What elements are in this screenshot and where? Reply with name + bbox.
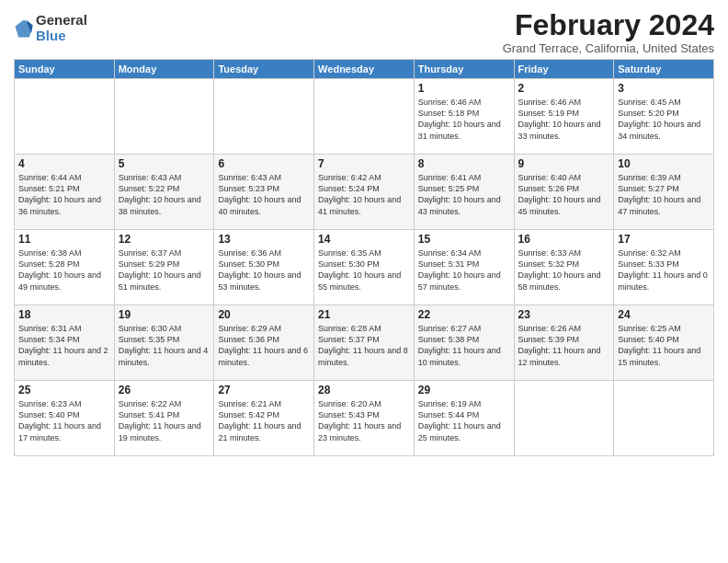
calendar-cell: 23Sunrise: 6:26 AM Sunset: 5:39 PM Dayli… (514, 305, 614, 381)
day-number: 18 (18, 308, 110, 321)
day-number: 20 (218, 308, 310, 321)
cell-content: Sunrise: 6:31 AM Sunset: 5:34 PM Dayligh… (18, 323, 110, 368)
weekday-header-cell: Saturday (614, 60, 714, 79)
weekday-header-cell: Thursday (414, 60, 514, 79)
calendar-cell: 1Sunrise: 6:46 AM Sunset: 5:18 PM Daylig… (414, 79, 514, 155)
weekday-header-cell: Wednesday (314, 60, 415, 79)
calendar-cell: 21Sunrise: 6:28 AM Sunset: 5:37 PM Dayli… (314, 305, 415, 381)
calendar-cell: 11Sunrise: 6:38 AM Sunset: 5:28 PM Dayli… (15, 230, 115, 305)
calendar-cell: 16Sunrise: 6:33 AM Sunset: 5:32 PM Dayli… (514, 230, 614, 305)
page-container: General Blue February 2024 Grand Terrace… (0, 0, 728, 465)
calendar-cell (514, 381, 614, 456)
day-number: 2 (518, 82, 610, 95)
day-number: 5 (119, 157, 210, 170)
weekday-header-cell: Friday (514, 60, 614, 79)
calendar-header-row: SundayMondayTuesdayWednesdayThursdayFrid… (15, 60, 714, 79)
calendar-week-row: 18Sunrise: 6:31 AM Sunset: 5:34 PM Dayli… (15, 305, 714, 381)
calendar-cell: 13Sunrise: 6:36 AM Sunset: 5:30 PM Dayli… (214, 230, 314, 305)
cell-content: Sunrise: 6:25 AM Sunset: 5:40 PM Dayligh… (618, 323, 710, 368)
day-number: 13 (218, 233, 310, 246)
day-number: 21 (318, 308, 410, 321)
day-number: 16 (518, 233, 610, 246)
cell-content: Sunrise: 6:32 AM Sunset: 5:33 PM Dayligh… (618, 247, 710, 293)
day-number: 17 (618, 233, 710, 246)
cell-content: Sunrise: 6:23 AM Sunset: 5:40 PM Dayligh… (18, 398, 110, 443)
calendar-cell: 2Sunrise: 6:46 AM Sunset: 5:19 PM Daylig… (514, 79, 614, 155)
calendar-cell: 15Sunrise: 6:34 AM Sunset: 5:31 PM Dayli… (414, 230, 514, 305)
cell-content: Sunrise: 6:22 AM Sunset: 5:41 PM Dayligh… (119, 398, 210, 443)
cell-content: Sunrise: 6:41 AM Sunset: 5:25 PM Dayligh… (418, 172, 510, 217)
cell-content: Sunrise: 6:21 AM Sunset: 5:42 PM Dayligh… (218, 398, 310, 443)
calendar-cell: 9Sunrise: 6:40 AM Sunset: 5:26 PM Daylig… (514, 155, 614, 230)
calendar-body: 1Sunrise: 6:46 AM Sunset: 5:18 PM Daylig… (15, 79, 714, 456)
cell-content: Sunrise: 6:44 AM Sunset: 5:21 PM Dayligh… (18, 172, 110, 217)
day-number: 19 (119, 308, 210, 321)
calendar-cell (314, 79, 415, 155)
calendar-cell: 22Sunrise: 6:27 AM Sunset: 5:38 PM Dayli… (414, 305, 514, 381)
cell-content: Sunrise: 6:20 AM Sunset: 5:43 PM Dayligh… (318, 398, 410, 443)
day-number: 14 (318, 233, 410, 246)
cell-content: Sunrise: 6:29 AM Sunset: 5:36 PM Dayligh… (218, 323, 310, 368)
cell-content: Sunrise: 6:39 AM Sunset: 5:27 PM Dayligh… (618, 172, 710, 217)
cell-content: Sunrise: 6:19 AM Sunset: 5:44 PM Dayligh… (418, 398, 510, 443)
calendar-cell: 5Sunrise: 6:43 AM Sunset: 5:22 PM Daylig… (114, 155, 214, 230)
calendar-cell: 19Sunrise: 6:30 AM Sunset: 5:35 PM Dayli… (114, 305, 214, 381)
cell-content: Sunrise: 6:38 AM Sunset: 5:28 PM Dayligh… (18, 247, 110, 293)
day-number: 24 (618, 308, 710, 321)
calendar-cell: 12Sunrise: 6:37 AM Sunset: 5:29 PM Dayli… (114, 230, 214, 305)
calendar-cell: 4Sunrise: 6:44 AM Sunset: 5:21 PM Daylig… (15, 155, 115, 230)
day-number: 27 (218, 384, 310, 396)
day-number: 11 (18, 233, 110, 246)
cell-content: Sunrise: 6:45 AM Sunset: 5:20 PM Dayligh… (618, 97, 710, 142)
calendar-cell: 10Sunrise: 6:39 AM Sunset: 5:27 PM Dayli… (614, 155, 714, 230)
calendar-cell (214, 79, 314, 155)
calendar-cell: 25Sunrise: 6:23 AM Sunset: 5:40 PM Dayli… (15, 381, 115, 456)
calendar-cell (114, 79, 214, 155)
location: Grand Terrace, California, United States (503, 41, 714, 55)
weekday-header-cell: Monday (114, 60, 214, 79)
day-number: 29 (418, 384, 510, 396)
header: General Blue February 2024 Grand Terrace… (14, 9, 714, 55)
calendar-cell: 27Sunrise: 6:21 AM Sunset: 5:42 PM Dayli… (214, 381, 314, 456)
cell-content: Sunrise: 6:36 AM Sunset: 5:30 PM Dayligh… (218, 247, 310, 293)
day-number: 3 (618, 82, 710, 95)
cell-content: Sunrise: 6:35 AM Sunset: 5:30 PM Dayligh… (318, 247, 410, 293)
day-number: 10 (618, 157, 710, 170)
day-number: 23 (518, 308, 610, 321)
calendar-cell: 17Sunrise: 6:32 AM Sunset: 5:33 PM Dayli… (614, 230, 714, 305)
weekday-header-cell: Sunday (15, 60, 115, 79)
logo: General Blue (14, 13, 87, 43)
calendar-table: SundayMondayTuesdayWednesdayThursdayFrid… (14, 59, 714, 456)
month-title: February 2024 (503, 9, 714, 41)
calendar-week-row: 4Sunrise: 6:44 AM Sunset: 5:21 PM Daylig… (15, 155, 714, 230)
calendar-week-row: 11Sunrise: 6:38 AM Sunset: 5:28 PM Dayli… (15, 230, 714, 305)
calendar-cell (15, 79, 115, 155)
day-number: 1 (418, 82, 510, 95)
day-number: 26 (119, 384, 210, 396)
day-number: 12 (119, 233, 210, 246)
day-number: 4 (18, 157, 110, 170)
cell-content: Sunrise: 6:46 AM Sunset: 5:19 PM Dayligh… (518, 97, 610, 142)
calendar-cell: 28Sunrise: 6:20 AM Sunset: 5:43 PM Dayli… (314, 381, 415, 456)
cell-content: Sunrise: 6:27 AM Sunset: 5:38 PM Dayligh… (418, 323, 510, 368)
calendar-cell: 7Sunrise: 6:42 AM Sunset: 5:24 PM Daylig… (314, 155, 415, 230)
cell-content: Sunrise: 6:30 AM Sunset: 5:35 PM Dayligh… (119, 323, 210, 368)
cell-content: Sunrise: 6:40 AM Sunset: 5:26 PM Dayligh… (518, 172, 610, 217)
cell-content: Sunrise: 6:26 AM Sunset: 5:39 PM Dayligh… (518, 323, 610, 368)
day-number: 8 (418, 157, 510, 170)
cell-content: Sunrise: 6:28 AM Sunset: 5:37 PM Dayligh… (318, 323, 410, 368)
calendar-cell: 8Sunrise: 6:41 AM Sunset: 5:25 PM Daylig… (414, 155, 514, 230)
calendar-cell (614, 381, 714, 456)
day-number: 22 (418, 308, 510, 321)
cell-content: Sunrise: 6:33 AM Sunset: 5:32 PM Dayligh… (518, 247, 610, 293)
cell-content: Sunrise: 6:34 AM Sunset: 5:31 PM Dayligh… (418, 247, 510, 293)
calendar-cell: 29Sunrise: 6:19 AM Sunset: 5:44 PM Dayli… (414, 381, 514, 456)
cell-content: Sunrise: 6:46 AM Sunset: 5:18 PM Dayligh… (418, 97, 510, 142)
day-number: 25 (18, 384, 110, 396)
day-number: 15 (418, 233, 510, 246)
logo-icon (14, 18, 34, 39)
day-number: 28 (318, 384, 410, 396)
cell-content: Sunrise: 6:43 AM Sunset: 5:22 PM Dayligh… (119, 172, 210, 217)
calendar-week-row: 1Sunrise: 6:46 AM Sunset: 5:18 PM Daylig… (15, 79, 714, 155)
calendar-cell: 3Sunrise: 6:45 AM Sunset: 5:20 PM Daylig… (614, 79, 714, 155)
